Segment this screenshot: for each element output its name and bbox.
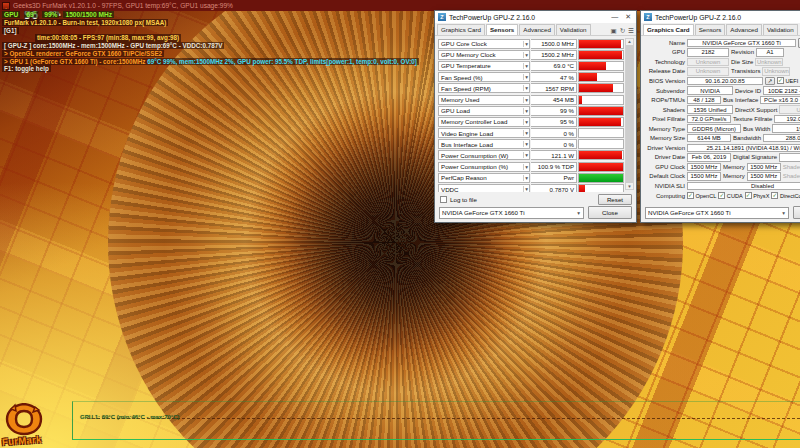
- sensor-value: 1500.0 MHz: [531, 39, 577, 49]
- sensor-label-button[interactable]: Memory Used▾: [438, 95, 530, 105]
- tab-sensors[interactable]: Sensors: [695, 24, 726, 35]
- gpu-select-dropdown[interactable]: NVIDIA GeForce GTX 1660 Ti▾: [439, 207, 584, 219]
- sensor-label-button[interactable]: GPU Core Clock▾: [438, 39, 530, 49]
- tab-validation[interactable]: Validation: [556, 24, 591, 35]
- subvendor-value: NVIDIA: [687, 86, 733, 95]
- chevron-down-icon[interactable]: ▾: [523, 97, 529, 103]
- sensor-label-button[interactable]: PerfCap Reason▾: [438, 173, 530, 183]
- chevron-down-icon[interactable]: ▾: [523, 85, 529, 91]
- field-label: Texture Fillrate: [733, 116, 772, 122]
- gpu-select-value: NVIDIA GeForce GTX 1660 Ti: [648, 209, 731, 216]
- menu-icon[interactable]: ☰: [628, 27, 634, 35]
- tab-validation[interactable]: Validation: [763, 24, 798, 35]
- sensor-bar-fill: [579, 96, 582, 104]
- sensor-label-button[interactable]: Power Consumption (%)▾: [438, 162, 530, 172]
- sensor-bar-track: [578, 72, 624, 82]
- chevron-down-icon[interactable]: ▾: [523, 175, 529, 181]
- sensor-bar-fill: [579, 185, 585, 192]
- sensor-bar-fill: [579, 51, 622, 59]
- sli-value: Disabled: [687, 182, 800, 191]
- scrollbar-thumb[interactable]: [626, 45, 633, 183]
- gpuz-sensors-titlebar[interactable]: Z TechPowerUp GPU-Z 2.16.0 — ✕: [435, 11, 636, 23]
- sensor-label-button[interactable]: GPU Temperature▾: [438, 61, 530, 71]
- default-clock-value: 1500 MHz: [687, 172, 721, 181]
- sensor-label-button[interactable]: Video Engine Load▾: [438, 128, 530, 138]
- log-to-file-checkbox[interactable]: [440, 196, 447, 203]
- minimize-icon[interactable]: —: [611, 13, 618, 21]
- cuda-checkbox[interactable]: ✓: [718, 192, 725, 199]
- sensor-bar-track: [578, 83, 624, 93]
- scroll-down-icon[interactable]: ▼: [627, 184, 631, 189]
- field-label: Subvendor: [643, 88, 685, 94]
- tab-graphics-card[interactable]: Graphics Card: [437, 24, 485, 35]
- gpu-id-value: 2182: [687, 48, 729, 57]
- chevron-down-icon[interactable]: ▾: [523, 164, 529, 170]
- sensor-label-button[interactable]: Bus Interface Load▾: [438, 139, 530, 149]
- sensor-value: 0 %: [531, 128, 577, 138]
- tab-advanced[interactable]: Advanced: [726, 24, 762, 35]
- gpu-temp-graph-label: GPU 1: 69°C (min:46°C - max:70°C): [80, 414, 180, 420]
- field-label: GPU: [643, 49, 685, 55]
- uefi-checkbox[interactable]: ✓: [777, 77, 784, 84]
- close-icon[interactable]: ✕: [625, 13, 631, 21]
- gpuz-main-titlebar[interactable]: Z TechPowerUp GPU-Z 2.16.0 — ✕: [641, 11, 800, 23]
- sensor-bar-fill: [579, 84, 613, 92]
- chevron-down-icon[interactable]: ▾: [523, 152, 529, 158]
- sensor-row: GPU Memory Clock▾ 1500.2 MHz: [438, 49, 624, 60]
- furmark-flame-icon: [1, 403, 47, 437]
- chevron-down-icon[interactable]: ▾: [523, 63, 529, 69]
- field-label: Die Size: [731, 59, 753, 65]
- tab-graphics-card[interactable]: Graphics Card: [643, 24, 694, 35]
- share-icon[interactable]: ↗: [765, 77, 775, 86]
- sensor-label-button[interactable]: VDDC▾: [438, 184, 530, 192]
- main-close-button[interactable]: Close: [793, 206, 800, 219]
- camera-icon[interactable]: ▣: [611, 27, 617, 35]
- furmark-logo-text: FurMark: [2, 434, 42, 448]
- chevron-down-icon[interactable]: ▾: [523, 41, 529, 47]
- sensor-bar-fill: [579, 163, 623, 171]
- tab-advanced[interactable]: Advanced: [519, 24, 555, 35]
- chevron-down-icon[interactable]: ▾: [523, 108, 529, 114]
- nvidia-logo: NVIDIA: [794, 48, 800, 80]
- chevron-down-icon[interactable]: ▾: [523, 130, 529, 136]
- osd-gpu1-highlight: 69°C 99%, mem:1500MHz 2%, GPU power: 95.…: [145, 58, 417, 65]
- chevron-down-icon[interactable]: ▾: [523, 141, 529, 147]
- field-label: Driver Date: [643, 154, 685, 160]
- sensor-label-button[interactable]: Fan Speed (RPM)▾: [438, 83, 530, 93]
- sensor-bar-track: [578, 150, 624, 160]
- sensor-label-button[interactable]: Fan Speed (%)▾: [438, 72, 530, 82]
- opencl-checkbox[interactable]: ✓: [687, 192, 694, 199]
- sensor-scrollbar[interactable]: ▲ ▼: [625, 38, 634, 190]
- memory-size-value: 6144 MB: [687, 134, 731, 143]
- sensor-row: GPU Core Clock▾ 1500.0 MHz: [438, 38, 624, 49]
- physx-checkbox[interactable]: ✓: [745, 192, 752, 199]
- sensor-label-button[interactable]: GPU Load▾: [438, 106, 530, 116]
- sensor-bar-track: [578, 50, 624, 60]
- sensor-bar-track: [578, 61, 624, 71]
- field-label: Memory Size: [643, 135, 685, 141]
- osd-help-line: F1: toggle help: [2, 65, 51, 72]
- chevron-down-icon[interactable]: ▾: [523, 186, 529, 192]
- field-label: GPU Clock: [643, 164, 685, 170]
- sensor-label-button[interactable]: GPU Memory Clock▾: [438, 50, 530, 60]
- scroll-up-icon[interactable]: ▲: [627, 39, 631, 44]
- texture-fillrate-value: 192.0 GTexel/s: [774, 115, 800, 124]
- reset-button[interactable]: Reset: [598, 194, 632, 205]
- monitor-clock-chip: 1500/1500 MHz: [63, 11, 114, 18]
- chevron-down-icon[interactable]: ▾: [523, 119, 529, 125]
- sensors-close-button[interactable]: Close: [588, 206, 632, 219]
- technology-value: Unknown: [687, 58, 729, 67]
- gpu-name-value: NVIDIA GeForce GTX 1660 Ti: [687, 39, 796, 48]
- sensor-label-button[interactable]: Memory Controller Load▾: [438, 117, 530, 127]
- chevron-down-icon[interactable]: ▾: [523, 52, 529, 58]
- sensor-label-button[interactable]: Power Consumption (W)▾: [438, 150, 530, 160]
- chevron-down-icon[interactable]: ▾: [523, 74, 529, 80]
- tab-sensors[interactable]: Sensors: [486, 24, 518, 35]
- field-label: ROPs/TMUs: [643, 97, 685, 103]
- memory-clock-value: 1500 MHz: [747, 163, 781, 172]
- sensor-bar-fill: [579, 151, 622, 159]
- gpu-select-dropdown[interactable]: NVIDIA GeForce GTX 1660 Ti▾: [645, 207, 789, 219]
- refresh-icon[interactable]: ↻: [620, 27, 625, 35]
- directcompute-checkbox[interactable]: ✓: [771, 192, 778, 199]
- nvidia-wordmark: NVIDIA: [794, 72, 800, 81]
